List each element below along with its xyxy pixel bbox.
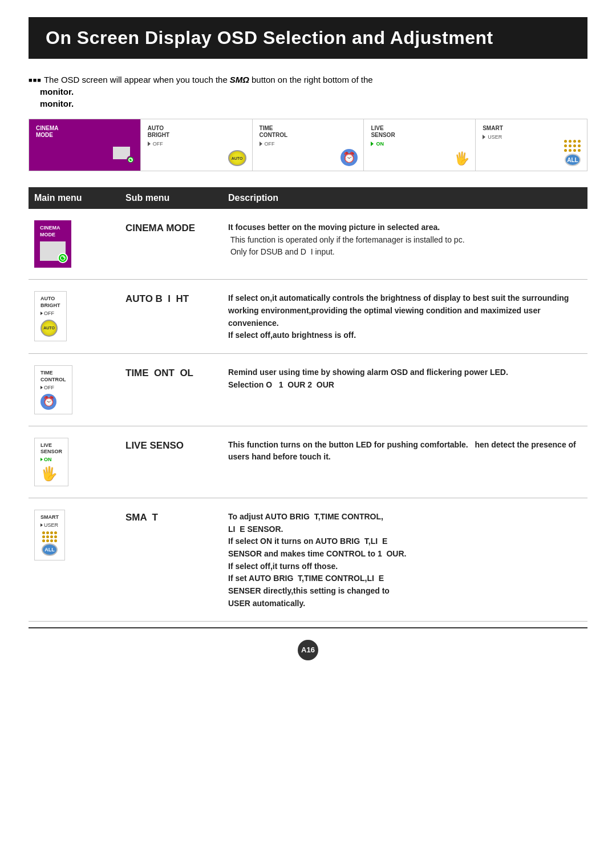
intro-text: ■■■ The OSD screen will appear when you … xyxy=(29,75,587,96)
auto-card-status: OFF xyxy=(40,310,60,316)
table-header: Main menu Sub menu Description xyxy=(29,187,587,209)
osd-live-icon: 🖐 xyxy=(454,151,469,166)
row-live-submenu: LIVE SENSO xyxy=(120,438,222,451)
time-icon-graphic: ⏰ xyxy=(40,394,66,410)
row-smart-desc: To adjust AUTO BRIG T,TIME CONTROL, LI E… xyxy=(222,510,587,610)
osd-cinema-icon xyxy=(113,147,135,166)
osd-item-cinema[interactable]: CINEMAMODE xyxy=(29,119,141,171)
live-card-status: ON xyxy=(40,457,62,462)
osd-auto-icon: AUTO xyxy=(228,150,246,166)
live-card-title: LIVESENSOR xyxy=(40,442,62,455)
row-cinema-desc: It focuses better on the moving picture … xyxy=(222,220,587,259)
dots-grid-icon xyxy=(42,531,57,542)
row-cinema-submenu: CINEMA MODE xyxy=(120,220,222,234)
dots-grid-icon xyxy=(564,140,581,152)
cinema-card-title: CINEMAMODE xyxy=(40,225,66,238)
osd-item-live[interactable]: LIVESENSOR ON 🖐 xyxy=(364,119,476,171)
hand-sensor-icon: 🖐 xyxy=(40,466,62,482)
intro-text-part3: monitor. xyxy=(29,87,587,96)
table-row: CINEMAMODE CINEMA MODE It focuses better… xyxy=(29,209,587,280)
time-control-card: TIMECONTROL OFF ⏰ xyxy=(34,365,72,414)
arrow-icon xyxy=(371,142,374,146)
smart-card-title: SMART xyxy=(40,514,59,521)
time-card-status: OFF xyxy=(40,385,66,390)
header-desc: Description xyxy=(222,193,587,203)
cinema-dot xyxy=(127,156,135,164)
smart-card: SMART USER ALL xyxy=(34,510,65,560)
auto-icon-graphic: AUTO xyxy=(40,320,60,337)
cinema-card-graphic xyxy=(40,241,66,261)
row-live-icon-box: LIVESENSOR ON 🖐 xyxy=(29,438,120,486)
smart-card-status: USER xyxy=(40,522,59,528)
osd-time-title: TIMECONTROL xyxy=(260,125,357,139)
smart-logo: SMΩ xyxy=(230,75,249,84)
row-auto-desc: If select on,it automatically controls t… xyxy=(222,291,587,342)
osd-cinema-title: CINEMAMODE xyxy=(36,125,133,139)
arrow-icon xyxy=(483,135,485,139)
row-cinema-icon-box: CINEMAMODE xyxy=(29,220,120,268)
osd-live-title: LIVESENSOR xyxy=(371,125,468,139)
row-smart-icon-box: SMART USER ALL xyxy=(29,510,120,560)
arrow-icon xyxy=(260,142,262,146)
live-sensor-card: LIVESENSOR ON 🖐 xyxy=(34,438,68,486)
osd-time-icon: ⏰ xyxy=(341,149,358,166)
auto-bright-icon: AUTO xyxy=(228,150,246,166)
time-control-icon: ⏰ xyxy=(341,149,358,166)
arrow-icon xyxy=(40,523,43,527)
header-sub: Sub menu xyxy=(120,193,222,203)
osd-time-status: OFF xyxy=(260,141,357,147)
arrow-icon xyxy=(40,312,43,315)
row-time-desc: Remind user using time by showing alarm … xyxy=(222,365,587,391)
smart-face-icon: ALL xyxy=(565,154,581,166)
osd-smart-title: SMART xyxy=(483,125,580,132)
osd-item-time[interactable]: TIMECONTROL OFF ⏰ xyxy=(253,119,364,171)
row-auto-icon-box: AUTOBRIGHT OFF AUTO xyxy=(29,291,120,341)
time-card-title: TIMECONTROL xyxy=(40,370,66,383)
intro-monitor: monitor. xyxy=(29,99,587,108)
smart-card-graphic: ALL xyxy=(40,531,59,556)
arrow-icon xyxy=(40,386,43,389)
row-time-icon-box: TIMECONTROL OFF ⏰ xyxy=(29,365,120,414)
hand-icon: 🖐 xyxy=(454,151,469,166)
page-number: A16 xyxy=(298,640,318,660)
auto-bright-card: AUTOBRIGHT OFF AUTO xyxy=(34,291,67,341)
osd-live-status: ON xyxy=(371,141,468,147)
row-auto-submenu: AUTO B I HT xyxy=(120,291,222,305)
cinema-mode-card: CINEMAMODE xyxy=(34,220,71,268)
header-main: Main menu xyxy=(29,193,120,203)
osd-smart-status: USER xyxy=(483,134,580,140)
table-row: TIMECONTROL OFF ⏰ TIME ONT OL Remind use… xyxy=(29,354,587,426)
squares-icon: ■■■ xyxy=(29,76,42,83)
osd-smart-icon: ALL xyxy=(564,140,581,166)
svg-point-0 xyxy=(129,158,132,162)
osd-auto-title: AUTOBRIGHT xyxy=(148,125,245,139)
table-row: SMART USER ALL SMA T xyxy=(29,498,587,622)
smart-face-graphic: ALL xyxy=(42,543,58,556)
intro-text-part2: button on the right bottom of the xyxy=(252,75,373,84)
auto-card-title: AUTOBRIGHT xyxy=(40,296,60,309)
auto-circle-icon: AUTO xyxy=(40,320,58,337)
menu-table: Main menu Sub menu Description CINEMAMOD… xyxy=(29,187,587,622)
page-footer: A16 xyxy=(29,627,587,666)
osd-strip: CINEMAMODE AUTOBRIGHT OFF AUTO xyxy=(29,119,587,171)
table-row: LIVESENSOR ON 🖐 LIVE SENSO This function… xyxy=(29,426,587,498)
osd-item-auto[interactable]: AUTOBRIGHT OFF AUTO xyxy=(141,119,253,171)
osd-auto-status: OFF xyxy=(148,141,245,147)
arrow-icon xyxy=(148,142,151,146)
clock-icon: ⏰ xyxy=(40,394,56,410)
page-title: On Screen Display OSD Selection and Adju… xyxy=(46,27,570,49)
row-live-desc: This function turns on the button LED fo… xyxy=(222,438,587,463)
arrow-icon xyxy=(40,458,43,461)
row-smart-submenu: SMA T xyxy=(120,510,222,523)
intro-text-part1: The OSD screen will appear when you touc… xyxy=(44,75,228,84)
table-row: AUTOBRIGHT OFF AUTO AUTO B I HT If selec… xyxy=(29,280,587,354)
osd-item-smart[interactable]: SMART USER ALL xyxy=(476,119,587,171)
page-header: On Screen Display OSD Selection and Adju… xyxy=(29,17,587,59)
cinema-green-dot xyxy=(58,253,68,263)
row-time-submenu: TIME ONT OL xyxy=(120,365,222,379)
